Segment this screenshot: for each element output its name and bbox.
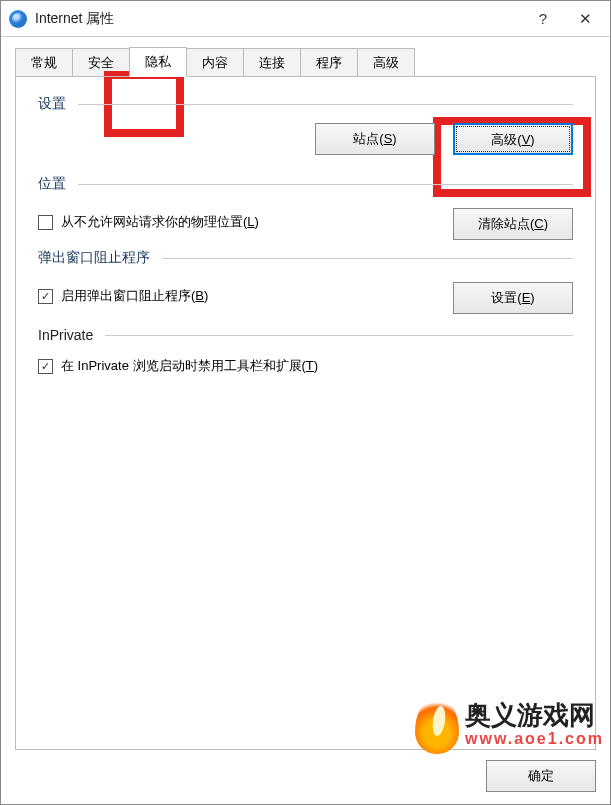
inprivate-disable-ext-row[interactable]: 在 InPrivate 浏览启动时禁用工具栏和扩展(T) — [38, 357, 573, 375]
section-location: 位置 — [38, 175, 573, 193]
tab-programs[interactable]: 程序 — [300, 48, 358, 77]
internet-options-icon — [9, 10, 27, 28]
tab-panel-privacy: 设置 站点(S) 高级(V) 位置 从不允许网站请求你的物理位置(L) 清除站点… — [15, 76, 596, 750]
tab-content[interactable]: 内容 — [186, 48, 244, 77]
section-inprivate: InPrivate — [38, 327, 573, 343]
settings-buttons-row: 站点(S) 高级(V) — [38, 123, 573, 155]
popup-blocker-checkbox-row[interactable]: 启用弹出窗口阻止程序(B) — [38, 287, 208, 305]
close-button[interactable]: ✕ — [564, 5, 606, 33]
tab-privacy[interactable]: 隐私 — [129, 47, 187, 77]
titlebar: Internet 属性 ? ✕ — [1, 1, 610, 37]
tab-advanced[interactable]: 高级 — [357, 48, 415, 77]
advanced-button[interactable]: 高级(V) — [453, 123, 573, 155]
deny-location-checkbox-row[interactable]: 从不允许网站请求你的物理位置(L) — [38, 213, 259, 231]
tab-general[interactable]: 常规 — [15, 48, 73, 77]
section-popup: 弹出窗口阻止程序 — [38, 249, 573, 267]
tab-security[interactable]: 安全 — [72, 48, 130, 77]
window-title: Internet 属性 — [35, 10, 522, 28]
sites-button[interactable]: 站点(S) — [315, 123, 435, 155]
dialog-window: Internet 属性 ? ✕ 常规 安全 隐私 内容 连接 程序 高级 设置 … — [0, 0, 611, 805]
clear-sites-button[interactable]: 清除站点(C) — [453, 208, 573, 240]
deny-location-label: 从不允许网站请求你的物理位置(L) — [61, 213, 259, 231]
popup-row: 启用弹出窗口阻止程序(B) 设置(E) — [38, 273, 573, 323]
section-inprivate-label: InPrivate — [38, 327, 93, 343]
tab-connections[interactable]: 连接 — [243, 48, 301, 77]
help-button[interactable]: ? — [522, 5, 564, 33]
popup-blocker-label: 启用弹出窗口阻止程序(B) — [61, 287, 208, 305]
inprivate-disable-ext-checkbox[interactable] — [38, 359, 53, 374]
inprivate-disable-ext-label: 在 InPrivate 浏览启动时禁用工具栏和扩展(T) — [61, 357, 318, 375]
ok-button[interactable]: 确定 — [486, 760, 596, 792]
deny-location-checkbox[interactable] — [38, 215, 53, 230]
content-area: 常规 安全 隐私 内容 连接 程序 高级 设置 站点(S) 高级(V) 位置 从… — [1, 37, 610, 804]
dialog-footer: 确定 — [15, 750, 596, 796]
tab-strip: 常规 安全 隐私 内容 连接 程序 高级 — [15, 47, 596, 77]
section-location-label: 位置 — [38, 175, 66, 193]
section-settings: 设置 — [38, 95, 573, 113]
location-row: 从不允许网站请求你的物理位置(L) 清除站点(C) — [38, 199, 573, 249]
section-settings-label: 设置 — [38, 95, 66, 113]
popup-settings-button[interactable]: 设置(E) — [453, 282, 573, 314]
popup-blocker-checkbox[interactable] — [38, 289, 53, 304]
section-popup-label: 弹出窗口阻止程序 — [38, 249, 150, 267]
